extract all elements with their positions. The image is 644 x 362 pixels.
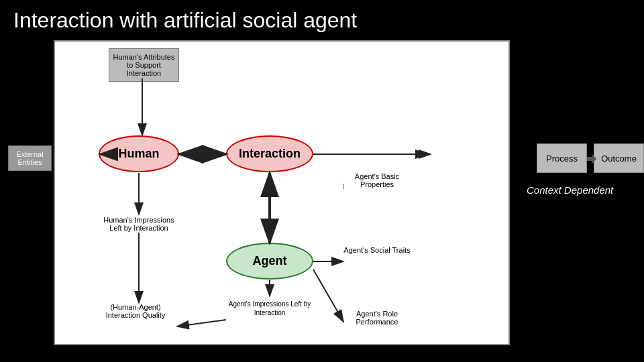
humans-impressions-label: Human's Impressions Left by Interaction xyxy=(102,216,176,232)
human-agent-quality-label: (Human-Agent) Interaction Quality xyxy=(95,303,176,319)
process-box: Process xyxy=(537,143,587,173)
outcome-box: Outcome xyxy=(594,143,644,173)
agents-basic-label: Agent's Basic Properties xyxy=(343,172,411,188)
context-dependent-label: Context Dependent xyxy=(527,184,644,196)
agent-ellipse: Agent xyxy=(226,243,313,280)
agents-role-label: Agent's Role Performance xyxy=(343,310,411,326)
process-outcome-arrow-icon xyxy=(587,154,596,164)
page-title: Interaction with artificial social agent xyxy=(13,8,357,33)
diagram-arrows xyxy=(55,42,508,344)
humans-attributes-box: Human's Attributes to Support Interactio… xyxy=(109,48,179,82)
agents-impressions-label: Agent's Impressions Left by Interaction xyxy=(226,300,313,317)
human-ellipse: Human xyxy=(99,135,179,172)
svg-line-15 xyxy=(313,269,343,322)
external-entities-box: External Entities xyxy=(8,145,52,171)
agents-social-label: Agent's Social Traits xyxy=(343,246,411,254)
interaction-ellipse: Interaction xyxy=(226,135,313,172)
page: Interaction with artificial social agent… xyxy=(0,0,644,362)
diagram-container: External Entities Human's Attributes to … xyxy=(54,40,510,345)
svg-line-11 xyxy=(177,320,226,326)
svg-marker-0 xyxy=(587,154,596,164)
